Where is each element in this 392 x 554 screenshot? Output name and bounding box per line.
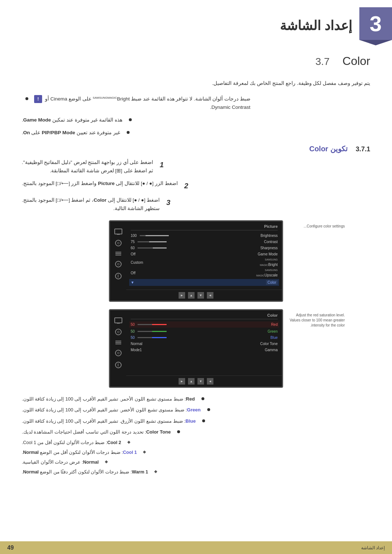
sub-diamond-1 — [127, 440, 130, 443]
subsection-title: تكوين Color — [309, 145, 348, 153]
monitor-screen-2: i Color Red 50 Green — [109, 309, 283, 388]
monitor-sidebar-1: i — [110, 221, 126, 301]
monitor-container-2: i Color Red 50 Green — [22, 309, 370, 388]
bottom-bullet-colortone: Color Tone: تحديد درجة اللون التي تناسب … — [22, 428, 370, 436]
step-3: 3 اضغط [● / ●] للانتقال إلى Color، ثم اض… — [22, 196, 370, 213]
monitor2-nav: ◄ ▼ ▲ ► — [110, 376, 282, 387]
menu-item-contrast: Contrast 75 — [131, 239, 278, 245]
page-footer: 49 إعداد الشاشة — [0, 541, 392, 554]
step-number-2: 2 — [184, 180, 188, 192]
menu-item-gamemode: Game Mode Off — [131, 251, 278, 257]
menu-item-color: Color ▼ — [129, 279, 279, 286]
bullet-section: ! ضبط درجات ألوان الشاشة. لا تتوافر هذه … — [22, 95, 370, 137]
magicbright-label: SAMSUNG MAGICBright — [260, 258, 278, 267]
note-icon: ! — [34, 95, 42, 103]
bullet-filled-1 — [201, 397, 204, 400]
step-1: 1 اضغط على أي زر بواجهة المنتج لعرض "دلي… — [22, 159, 370, 175]
sub-diamond-3 — [105, 460, 108, 463]
blue-value: 50 — [131, 336, 135, 340]
nav-up-1[interactable]: ▲ — [188, 292, 195, 299]
menu-item-brightness: Brightness 100 — [131, 233, 278, 239]
color-value: ▼ — [131, 280, 134, 284]
chapter-number-box: 3 — [359, 7, 392, 40]
step-text-1: اضغط على أي زر بواجهة المنتج لعرض "دليل … — [22, 159, 153, 175]
nav-down-1[interactable]: ▼ — [197, 292, 204, 299]
bullet-item-3: غير متوفرة عند تعيين PIP/PBP Mode على On… — [22, 129, 370, 137]
bullet-filled-4 — [177, 430, 180, 433]
step-2: 2 اضغط الزر [● / ●] للانتقال إلى Picture… — [22, 180, 370, 192]
colortone-label: Color Tone — [260, 342, 278, 346]
gamma-value: Mode1 — [131, 348, 142, 352]
nav-up-2[interactable]: ▲ — [188, 378, 195, 385]
bullet-dot-1 — [25, 97, 28, 100]
red-value: 50 — [131, 323, 135, 327]
bullet-filled-2 — [207, 408, 210, 411]
monitor2-help-text: Adjust the red saturation level. Values … — [289, 313, 345, 328]
section-number: 3.7 — [315, 56, 330, 67]
bullet-dot-2 — [129, 118, 132, 121]
page-header: إعداد الشاشة 3 — [0, 0, 392, 40]
red-label: Red — [271, 323, 278, 327]
section-heading: 3.7 Color — [0, 40, 392, 75]
monitor2-header: Color — [131, 313, 278, 319]
nav-down-2[interactable]: ▼ — [197, 378, 204, 385]
bottom-bullet-green: Green: ضبط مستوى تشبع اللون الأخضر. تشير… — [22, 406, 370, 414]
contrast-value: 75 — [131, 240, 135, 244]
step-text-3: اضغط [● / ●] للانتقال إلى Color، ثم اضغط… — [22, 196, 160, 213]
monitor-wrapper-2: i Color Red 50 Green — [109, 309, 283, 388]
nav-right-1[interactable]: ► — [179, 292, 185, 299]
monitor1-header: Picture — [131, 224, 278, 230]
nav-left-2[interactable]: ◄ — [207, 378, 213, 385]
monitor-sidebar-2: i — [110, 310, 126, 387]
bottom-bullets: Red: ضبط مستوى تشبع اللون الأحمر. تشير ا… — [22, 395, 370, 476]
gamma-label: Gamma — [265, 348, 278, 352]
bullet-item-1: ! ضبط درجات ألوان الشاشة. لا تتوافر هذه … — [22, 95, 370, 112]
magicupscale-value: Off — [131, 271, 135, 275]
blue-label: Blue — [270, 336, 278, 340]
footer-page-number: 49 — [7, 545, 14, 551]
sub-diamond-4 — [154, 470, 157, 473]
sub-bullet-cool1: Cool 1: ضبط درجات الألوان لتكون أقل من ا… — [22, 449, 370, 456]
bullet-filled-3 — [202, 419, 205, 422]
sharpness-value: 60 — [131, 246, 135, 250]
brightness-label: Brightness — [261, 234, 278, 238]
bullet-icon-note: ! — [31, 95, 42, 103]
menu-item-magicupscale: SAMSUNG MAGICUpscale Off — [131, 268, 278, 278]
menu-item-colortone: Color Tone Normal — [131, 341, 278, 347]
bullet-dot-3 — [127, 131, 130, 134]
bullet-text-1: ضبط درجات ألوان الشاشة. لا تتوافر هذه ال… — [45, 95, 250, 112]
gamemode-value: Off — [131, 252, 135, 256]
green-value: 50 — [131, 329, 135, 333]
brightness-value: 100 — [131, 234, 137, 238]
colortone-value: Normal — [131, 342, 142, 346]
chapter-title: إعداد الشاشة — [280, 18, 352, 33]
gamemode-label: Game Mode — [258, 252, 278, 256]
magicbright-value: Custom — [131, 260, 143, 264]
footer-text: إعداد الشاشة — [361, 545, 385, 550]
nav-left-1[interactable]: ◄ — [207, 292, 213, 299]
bullet-text-3: غير متوفرة عند تعيين PIP/PBP Mode على On… — [22, 129, 120, 137]
menu-item-sharpness: Sharpness 60 — [131, 245, 278, 251]
sharpness-label: Sharpness — [260, 246, 278, 250]
bullet-text-2: هذه القائمة غير متوفرة عند تمكين Game Mo… — [22, 116, 122, 124]
menu-item-magicbright: SAMSUNG MAGICBright Custom — [131, 257, 278, 268]
chapter-number: 3 — [369, 11, 381, 36]
color-label: Color — [266, 280, 278, 285]
main-content: يتم توفير وصف مفصل لكل وظيفة. راجع المنت… — [0, 75, 392, 486]
monitor2-menu: Color Red 50 Green 5 — [126, 310, 282, 376]
steps-section: 1 اضغط على أي زر بواجهة المنتج لعرض "دلي… — [22, 159, 370, 213]
monitor1-menu: Picture Brightness 100 Contrast — [126, 221, 282, 290]
sub-bullet-warm1: Warm 1: ضبط درجات الألوان لتكون أكثر دفئ… — [22, 468, 370, 476]
green-label: Green — [268, 329, 278, 333]
intro-text: يتم توفير وصف مفصل لكل وظيفة. راجع المنت… — [22, 79, 370, 88]
monitor-container-1: i Picture Brightness 100 — [22, 220, 370, 302]
bullet-item-2: هذه القائمة غير متوفرة عند تمكين Game Mo… — [22, 116, 370, 124]
menu-item-red: Red 50 — [129, 321, 279, 328]
sub-bullet-normal: Normal: عرض درجات الألوان القياسية. — [22, 459, 370, 466]
section-title: Color — [343, 54, 370, 67]
nav-right-2[interactable]: ► — [179, 378, 185, 385]
monitor-screen-1: i Picture Brightness 100 — [109, 220, 283, 302]
monitor1-help-text: Configure color settings... — [289, 224, 345, 229]
contrast-label: Contrast — [264, 240, 278, 244]
bottom-bullet-red: Red: ضبط مستوى تشبع اللون الأحمر. تشير ا… — [22, 395, 370, 403]
